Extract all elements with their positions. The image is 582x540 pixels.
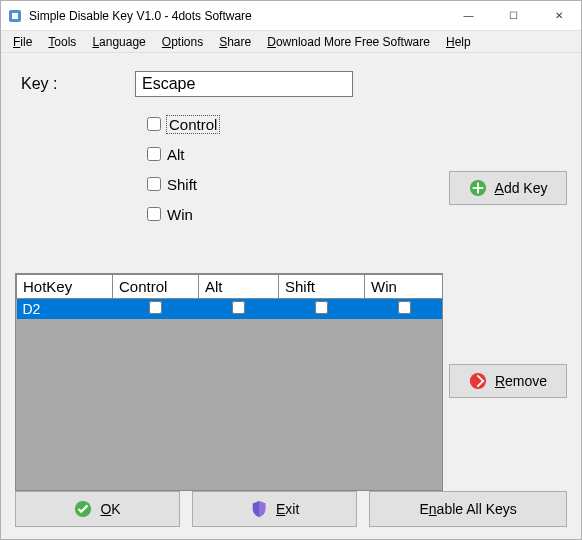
grid-header-hotkey[interactable]: HotKey <box>17 275 113 299</box>
cell-hotkey[interactable]: D2 <box>17 299 113 320</box>
key-row: Key : <box>15 71 567 97</box>
enable-all-keys-button[interactable]: Enable All Keys <box>369 491 567 527</box>
control-label: Control <box>167 116 219 133</box>
grid-header-alt[interactable]: Alt <box>199 275 279 299</box>
cell-control[interactable] <box>113 299 199 320</box>
titlebar[interactable]: Simple Disable Key V1.0 - 4dots Software… <box>1 1 581 31</box>
close-button[interactable]: ✕ <box>536 2 581 30</box>
win-checkbox[interactable] <box>147 207 161 221</box>
bottom-bar: OK Exit Enable All Keys <box>15 491 567 527</box>
menu-options[interactable]: Options <box>154 33 211 51</box>
window-title: Simple Disable Key V1.0 - 4dots Software <box>29 9 446 23</box>
exit-button[interactable]: Exit <box>192 491 357 527</box>
alt-checkbox[interactable] <box>147 147 161 161</box>
menu-file[interactable]: File <box>5 33 40 51</box>
app-window: Simple Disable Key V1.0 - 4dots Software… <box>0 0 582 540</box>
cell-shift[interactable] <box>279 299 365 320</box>
grid-header-shift[interactable]: Shift <box>279 275 365 299</box>
modifier-control-row: Control <box>147 109 567 139</box>
content-area: Key : Control Alt Shift Win Add Ke <box>1 53 581 539</box>
ok-button[interactable]: OK <box>15 491 180 527</box>
cell-win[interactable] <box>365 299 444 320</box>
control-checkbox[interactable] <box>147 117 161 131</box>
cell-alt[interactable] <box>199 299 279 320</box>
alt-label: Alt <box>167 146 185 163</box>
key-label: Key : <box>15 75 135 93</box>
modifiers-group: Control Alt Shift Win <box>147 109 567 229</box>
remove-icon <box>469 372 487 390</box>
window-controls: — ☐ ✕ <box>446 2 581 30</box>
row-win-checkbox[interactable] <box>398 301 411 314</box>
shift-label: Shift <box>167 176 197 193</box>
key-input[interactable] <box>135 71 353 97</box>
hotkey-grid[interactable]: HotKey Control Alt Shift Win D2 <box>15 273 443 491</box>
minimize-button[interactable]: — <box>446 2 491 30</box>
table-row[interactable]: D2 <box>17 299 444 320</box>
row-alt-checkbox[interactable] <box>232 301 245 314</box>
svg-rect-1 <box>12 13 18 19</box>
remove-button[interactable]: Remove <box>449 364 567 398</box>
menu-language[interactable]: Language <box>84 33 153 51</box>
maximize-button[interactable]: ☐ <box>491 2 536 30</box>
plus-icon <box>469 179 487 197</box>
grid-header-row: HotKey Control Alt Shift Win <box>17 275 444 299</box>
row-shift-checkbox[interactable] <box>315 301 328 314</box>
shield-icon <box>250 500 268 518</box>
modifier-alt-row: Alt <box>147 139 567 169</box>
app-icon <box>7 8 23 24</box>
add-key-button[interactable]: Add Key <box>449 171 567 205</box>
menubar: File Tools Language Options Share Downlo… <box>1 31 581 53</box>
menu-tools[interactable]: Tools <box>40 33 84 51</box>
menu-download[interactable]: Download More Free Software <box>259 33 438 51</box>
shift-checkbox[interactable] <box>147 177 161 191</box>
grid-header-control[interactable]: Control <box>113 275 199 299</box>
svg-rect-4 <box>472 187 483 189</box>
win-label: Win <box>167 206 193 223</box>
menu-share[interactable]: Share <box>211 33 259 51</box>
row-control-checkbox[interactable] <box>149 301 162 314</box>
menu-help[interactable]: Help <box>438 33 479 51</box>
grid-header-win[interactable]: Win <box>365 275 444 299</box>
check-icon <box>74 500 92 518</box>
